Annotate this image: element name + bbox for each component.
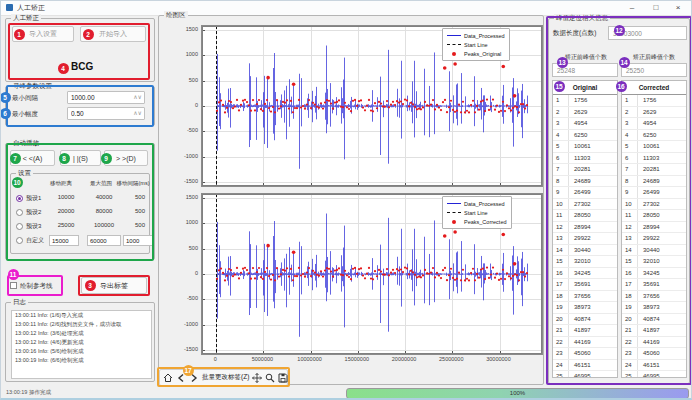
table-row[interactable]: 1228994 (622, 222, 686, 234)
table-row[interactable]: 824689 (622, 176, 686, 188)
row-number-cell: 22 (622, 337, 638, 348)
table-row[interactable]: 1837656 (622, 291, 686, 303)
table-row[interactable]: 1228994 (553, 222, 617, 234)
min-height-spinner[interactable]: ∧∨ (67, 107, 145, 120)
table-row[interactable]: 720281 (553, 164, 617, 176)
table-row[interactable]: 611303 (622, 153, 686, 165)
home-icon[interactable] (163, 372, 173, 383)
draw-reference-checkbox[interactable] (10, 282, 17, 289)
table-row[interactable]: 2040874 (622, 314, 686, 326)
table-row[interactable]: 824689 (553, 176, 617, 188)
annotation-badge-5: 5 (0, 92, 11, 103)
row-number-cell: 21 (553, 325, 569, 336)
preset-radio-4[interactable] (16, 237, 23, 244)
value-cell: 1756 (569, 95, 617, 106)
table-row[interactable]: 1027302 (553, 199, 617, 211)
table-row[interactable]: 34954 (622, 118, 686, 130)
table-row[interactable]: 1634245 (622, 268, 686, 280)
table-row[interactable]: 1634245 (553, 268, 617, 280)
table-row[interactable]: 2345060 (622, 348, 686, 360)
table-row[interactable]: 2345060 (553, 348, 617, 360)
log-line: 13:00:11 Info: (1/6)导入完成 (12, 311, 151, 320)
table-row[interactable]: 2244169 (553, 337, 617, 349)
corrected-peaks-table[interactable]: Corrected1175622629349544625051006161130… (621, 80, 687, 378)
table-row[interactable]: 926499 (622, 187, 686, 199)
table-row[interactable]: 1532010 (622, 256, 686, 268)
table-row[interactable]: 46250 (622, 130, 686, 142)
x-tick-label: 0 (193, 356, 237, 362)
table-row[interactable]: 2141897 (553, 325, 617, 337)
row-number-cell: 1 (622, 95, 638, 106)
value-cell: 30440 (638, 245, 686, 256)
table-row[interactable]: 2546995 (553, 371, 617, 378)
row-number-cell: 1 (553, 95, 569, 106)
table-row[interactable]: 1532010 (553, 256, 617, 268)
preset-custom-input[interactable]: 1000 (123, 235, 153, 246)
table-row[interactable]: 1837656 (553, 291, 617, 303)
min-interval-spinner[interactable]: ∧∨ (67, 91, 145, 104)
preset-custom-input[interactable]: 15000 (49, 235, 79, 246)
table-row[interactable]: 2040874 (553, 314, 617, 326)
y-tick-label: -1000 (178, 321, 198, 327)
table-row[interactable]: 1027302 (622, 199, 686, 211)
spinner-arrows-icon[interactable]: ∧∨ (133, 109, 142, 116)
table-row[interactable]: 926499 (553, 187, 617, 199)
log-line: 13:00:16 Info: (5/6)绘制完成 (12, 347, 151, 356)
table-row[interactable]: 1128050 (553, 210, 617, 222)
table-row[interactable]: 1938973 (553, 302, 617, 314)
table-row[interactable]: 11756 (622, 95, 686, 107)
value-cell: 2629 (569, 107, 617, 118)
table-row[interactable]: 611303 (553, 153, 617, 165)
table-row[interactable]: 2141897 (622, 325, 686, 337)
table-row[interactable]: 1735691 (622, 279, 686, 291)
preset-radio-2[interactable] (16, 209, 23, 216)
row-number-cell: 8 (622, 176, 638, 187)
value-cell: 4954 (569, 118, 617, 129)
value-cell: 38973 (638, 302, 686, 313)
autoplay-group-label: 自动播放 (11, 139, 41, 147)
table-row[interactable]: 34954 (553, 118, 617, 130)
value-cell: 44169 (638, 337, 686, 348)
maximize-button[interactable]: □ (645, 1, 667, 14)
row-number-cell: 20 (553, 314, 569, 325)
x-tick-label: 30000000 (477, 356, 521, 362)
table-row[interactable]: 1430440 (553, 245, 617, 257)
log-textarea[interactable]: 13:00:11 Info: (1/6)导入完成13:00:11 Info: (… (11, 310, 152, 379)
minimize-button[interactable]: – (621, 1, 643, 14)
preset-radio-3[interactable] (16, 223, 23, 230)
zoom-icon[interactable] (265, 372, 275, 383)
table-row[interactable]: 2244169 (622, 337, 686, 349)
value-cell: 10061 (638, 141, 686, 152)
table-row[interactable]: 1329922 (622, 233, 686, 245)
original-peaks-table[interactable]: Original11756226293495446250510061611303… (552, 80, 618, 378)
table-row[interactable]: 46250 (553, 130, 617, 142)
spinner-arrows-icon[interactable]: ∧∨ (133, 93, 142, 100)
autoplay-settings-group: 设置 移动距离最大范围移动间隔(ms)预设11000040000500预设220… (10, 173, 150, 254)
table-row[interactable]: 1938973 (622, 302, 686, 314)
table-row[interactable]: 510061 (553, 141, 617, 153)
preset-radio-1[interactable] (16, 195, 23, 202)
pan-icon[interactable] (252, 372, 262, 383)
table-row[interactable]: 2546995 (622, 371, 686, 378)
batch-edit-labels-button[interactable]: 批量更改标签(Z) (202, 373, 249, 382)
table-row[interactable]: 22629 (553, 107, 617, 119)
table-row[interactable]: 2446151 (622, 360, 686, 372)
peaks-after-field[interactable]: 25250 (621, 63, 687, 77)
preset-custom-input[interactable]: 60000 (87, 235, 121, 246)
table-row[interactable]: 1329922 (553, 233, 617, 245)
table-row[interactable]: 1128050 (622, 210, 686, 222)
value-cell: 40874 (638, 314, 686, 325)
save-icon[interactable] (278, 372, 288, 383)
table-row[interactable]: 720281 (622, 164, 686, 176)
table-row[interactable]: 1735691 (553, 279, 617, 291)
table-row[interactable]: 22629 (622, 107, 686, 119)
close-button[interactable]: × (667, 1, 689, 14)
table-row[interactable]: 11756 (553, 95, 617, 107)
table-row[interactable]: 1430440 (622, 245, 686, 257)
row-number-cell: 7 (622, 164, 638, 175)
table-row[interactable]: 2446151 (553, 360, 617, 372)
preset-name-label: 预设1 (26, 194, 41, 203)
min-interval-input[interactable] (71, 92, 130, 103)
table-row[interactable]: 510061 (622, 141, 686, 153)
min-height-input[interactable] (71, 108, 130, 119)
